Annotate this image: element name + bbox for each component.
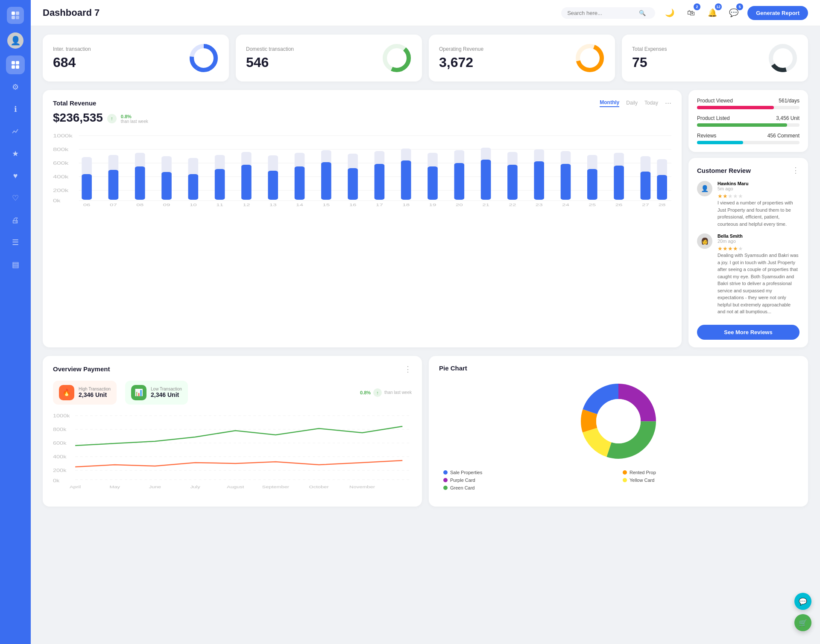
stat-label-domestic: Domestic transaction (246, 46, 294, 52)
overview-change: 0.8% ↑ than last week (360, 381, 412, 405)
svg-rect-54 (295, 166, 305, 200)
svg-text:800k: 800k (53, 427, 67, 432)
sidebar-item-menu[interactable]: ☰ (6, 233, 25, 252)
svg-text:September: September (262, 484, 290, 489)
reviewer-text-0: I viewed a number of properties with Jus… (718, 199, 800, 227)
page-title: Dashboard 7 (43, 7, 554, 18)
product-viewed-bar-wrap (697, 106, 800, 109)
svg-text:22: 22 (509, 203, 516, 207)
revenue-change-label: than last week (121, 119, 148, 124)
reviewer-name-1: Bella Smith (718, 233, 800, 239)
bag-icon-btn[interactable]: 🛍 2 (683, 5, 699, 20)
overview-payment-card: Overview Payment ⋮ 🔥 High Transaction 2,… (43, 356, 422, 507)
svg-text:14: 14 (296, 203, 303, 207)
total-revenue-card: Total Revenue Monthly Daily Today ··· $2… (43, 90, 682, 347)
svg-text:October: October (309, 484, 329, 489)
review-item-1: 👩 Bella Smith 20m ago ★★★★★ Dealing with… (697, 233, 800, 315)
bell-badge: 12 (715, 3, 722, 10)
overview-payment-title: Overview Payment (53, 365, 110, 373)
app-logo[interactable] (7, 7, 24, 24)
cart-float-button[interactable]: 🛒 (794, 614, 811, 631)
svg-rect-33 (108, 170, 119, 200)
product-listed-item: Product Listed 3,456 Unit (697, 115, 800, 127)
svg-rect-1 (16, 12, 19, 15)
svg-text:06: 06 (83, 203, 91, 207)
stat-info-domestic: Domestic transaction 546 (246, 46, 294, 70)
legend-dot-purple (443, 478, 448, 482)
svg-text:20: 20 (456, 203, 463, 207)
sidebar-item-settings[interactable]: ⚙ (6, 78, 25, 96)
sidebar-item-wishlist[interactable]: ♥ (6, 166, 25, 185)
reviewer-info-1: Bella Smith 20m ago ★★★★★ Dealing with S… (718, 233, 800, 315)
high-transaction-pill: 🔥 High Transaction 2,346 Unit (53, 381, 117, 405)
sidebar-item-dashboard[interactable] (6, 55, 25, 74)
reviews-value: 456 Comment (767, 133, 800, 139)
tab-daily[interactable]: Daily (626, 100, 638, 107)
svg-rect-60 (348, 168, 358, 200)
revenue-chart-tabs: Monthly Daily Today ··· (600, 99, 671, 108)
legend-label-yellow: Yellow Card (630, 478, 654, 483)
sidebar-item-favorites[interactable]: ★ (6, 144, 25, 163)
legend-sale-properties: Sale Properties (443, 470, 614, 475)
svg-text:07: 07 (110, 203, 117, 207)
svg-rect-45 (215, 169, 225, 200)
reviewer-name-0: Hawkins Maru (718, 181, 800, 186)
legend-dot-green (443, 486, 448, 490)
review-card-header: Customer Review ⋮ (697, 166, 800, 175)
legend-label-sale: Sale Properties (450, 470, 482, 475)
overview-payment-more[interactable]: ⋮ (404, 364, 412, 374)
svg-rect-63 (375, 164, 385, 200)
donut-inter (189, 43, 219, 73)
overview-stats: 🔥 High Transaction 2,346 Unit 📊 Low Tran… (53, 381, 412, 405)
svg-text:17: 17 (376, 203, 383, 207)
legend-rented-prop: Rented Prop (623, 470, 794, 475)
sidebar-item-print[interactable]: 🖨 (6, 211, 25, 230)
user-avatar[interactable]: 👤 (7, 32, 23, 49)
stat-info-revenue: Operating Revenue 3,672 (439, 46, 483, 70)
support-float-button[interactable]: 💬 (794, 593, 811, 610)
legend-label-rented: Rented Prop (630, 470, 656, 475)
svg-text:08: 08 (136, 203, 144, 207)
sidebar-item-list[interactable]: ▤ (6, 255, 25, 274)
bell-icon-btn[interactable]: 🔔 12 (705, 5, 720, 20)
svg-text:November: November (349, 484, 375, 489)
stat-value-expenses: 75 (632, 55, 667, 70)
generate-report-button[interactable]: Generate Report (747, 6, 808, 20)
svg-rect-36 (135, 166, 145, 200)
pie-legend: Sale Properties Rented Prop Purple Card … (439, 470, 798, 490)
reviewer-time-1: 20m ago (718, 239, 800, 244)
stat-label-expenses: Total Expenses (632, 46, 667, 52)
stat-card-inter-transaction: Inter. transaction 684 (43, 35, 229, 82)
revenue-more-options[interactable]: ··· (665, 99, 671, 108)
legend-dot-yellow (623, 478, 627, 482)
svg-text:10: 10 (190, 203, 197, 207)
svg-rect-66 (401, 160, 411, 200)
search-icon[interactable]: 🔍 (639, 10, 646, 16)
review-more-options[interactable]: ⋮ (792, 166, 800, 175)
theme-toggle[interactable]: 🌙 (662, 5, 677, 20)
svg-rect-84 (561, 164, 571, 200)
reviewer-stars-1: ★★★★★ (718, 245, 800, 252)
stat-label-inter: Inter. transaction (53, 46, 91, 52)
tab-monthly[interactable]: Monthly (600, 99, 619, 107)
stat-value-inter: 684 (53, 55, 91, 70)
see-more-reviews-button[interactable]: See More Reviews (697, 325, 800, 340)
sidebar-item-likes[interactable]: ♡ (6, 189, 25, 207)
svg-point-123 (596, 399, 641, 443)
reviews-label: Reviews (697, 133, 716, 139)
stat-value-domestic: 546 (246, 55, 294, 70)
main-content: Dashboard 7 🔍 🌙 🛍 2 🔔 12 💬 5 Generate Re… (31, 0, 820, 644)
search-input[interactable] (567, 10, 636, 16)
svg-rect-2 (12, 16, 15, 19)
sidebar-item-analytics[interactable] (6, 122, 25, 141)
svg-text:28: 28 (659, 203, 666, 207)
search-box[interactable]: 🔍 (561, 7, 655, 19)
chat-icon-btn[interactable]: 💬 5 (726, 5, 741, 20)
stat-card-domestic-transaction: Domestic transaction 546 (236, 35, 422, 82)
svg-rect-93 (641, 172, 651, 200)
product-listed-value: 3,456 Unit (776, 115, 800, 121)
svg-text:16: 16 (349, 203, 357, 207)
sidebar-item-info[interactable]: ℹ (6, 100, 25, 119)
product-listed-bar-wrap (697, 123, 800, 127)
tab-today[interactable]: Today (644, 100, 658, 107)
